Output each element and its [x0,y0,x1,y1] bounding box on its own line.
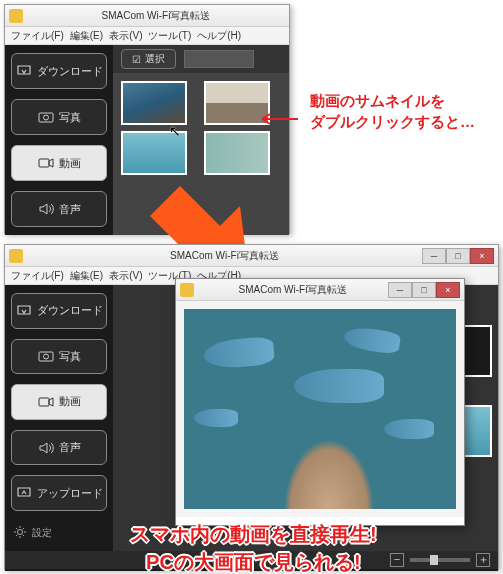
app-icon [180,283,194,297]
download-button[interactable]: ダウンロード [11,53,107,89]
check-icon: ☑ [132,54,141,65]
svg-point-1 [43,115,48,120]
video-thumbnail[interactable] [204,131,270,175]
menu-tool[interactable]: ツール(T) [146,29,193,43]
menubar[interactable]: ファイル(F) 編集(E) 表示(V) ツール(T) ヘルプ(H) [5,27,289,45]
video-icon [38,156,54,170]
search-input[interactable] [184,50,254,68]
menu-file[interactable]: ファイル(F) [9,269,66,283]
video-label: 動画 [59,156,81,171]
annotation-line1: 動画のサムネイルを [310,90,475,111]
preview-window: SMACom Wi-Fi写真転送 ─ □ × [175,278,465,526]
svg-rect-2 [39,159,49,167]
camera-icon [38,349,54,363]
video-button[interactable]: 動画 [11,384,107,420]
annotation-top: 動画のサムネイルを ダブルクリックすると… [310,90,475,132]
upload-icon [16,486,32,500]
svg-rect-0 [39,113,53,122]
video-frame[interactable] [184,309,456,509]
menu-edit[interactable]: 編集(E) [68,269,105,283]
zoom-slider[interactable] [410,558,470,562]
photo-label: 写真 [59,110,81,125]
audio-label: 音声 [59,440,81,455]
download-label: ダウンロード [37,303,103,318]
photo-button[interactable]: 写真 [11,99,107,135]
upload-button[interactable]: アップロード [11,475,107,511]
gear-icon [13,525,27,541]
video-label: 動画 [59,394,81,409]
download-icon [16,304,32,318]
upload-label: アップロード [37,486,103,501]
titlebar[interactable]: SMACom Wi-Fi写真転送 ─ □ × [5,245,498,267]
photo-label: 写真 [59,349,81,364]
window-controls: ─ □ × [388,282,460,298]
zoom-in-button[interactable]: ＋ [476,553,490,567]
titlebar[interactable]: SMACom Wi-Fi写真転送 [5,5,289,27]
maximize-button[interactable]: □ [446,248,470,264]
speaker-icon [38,441,54,455]
camera-icon [38,110,54,124]
download-label: ダウンロード [37,64,103,79]
menu-edit[interactable]: 編集(E) [68,29,105,43]
photo-button[interactable]: 写真 [11,339,107,375]
preview-title: SMACom Wi-Fi写真転送 [198,283,388,297]
download-button[interactable]: ダウンロード [11,293,107,329]
video-thumbnail[interactable] [121,81,187,125]
annotation-line3: スマホ内の動画を直接再生! [130,520,377,548]
thumbnail-grid [113,73,289,183]
menu-view[interactable]: 表示(V) [107,269,144,283]
svg-rect-5 [39,398,49,406]
select-label: 選択 [145,52,165,66]
download-icon [16,64,32,78]
svg-rect-3 [39,352,53,361]
preview-body [176,301,464,517]
arrow-small-icon [254,112,298,126]
speaker-icon [38,202,54,216]
close-button[interactable]: × [436,282,460,298]
settings-label: 設定 [32,526,52,540]
sidebar: ダウンロード 写真 動画 音声 [5,45,113,235]
content-toolbar: ☑ 選択 [113,45,289,73]
app-icon [9,9,23,23]
audio-button[interactable]: 音声 [11,191,107,227]
audio-label: 音声 [59,202,81,217]
annotation-bottom: スマホ内の動画を直接再生! PCの大画面で見られる! [130,520,377,574]
window-controls: ─ □ × [422,248,494,264]
menu-help[interactable]: ヘルプ(H) [195,29,243,43]
window-title: SMACom Wi-Fi写真転送 [27,9,285,23]
cursor-icon: ↖ [169,123,181,139]
settings-button[interactable]: 設定 [11,521,107,545]
maximize-button[interactable]: □ [412,282,436,298]
titlebar[interactable]: SMACom Wi-Fi写真転送 ─ □ × [176,279,464,301]
menu-view[interactable]: 表示(V) [107,29,144,43]
video-button[interactable]: 動画 [11,145,107,181]
minimize-button[interactable]: ─ [422,248,446,264]
app-icon [9,249,23,263]
video-icon [38,395,54,409]
minimize-button[interactable]: ─ [388,282,412,298]
menu-file[interactable]: ファイル(F) [9,29,66,43]
zoom-out-button[interactable]: − [390,553,404,567]
close-button[interactable]: × [470,248,494,264]
select-button[interactable]: ☑ 選択 [121,49,176,69]
audio-button[interactable]: 音声 [11,430,107,466]
sidebar: ダウンロード 写真 動画 音声 アップロード 設定 [5,285,113,553]
window-title: SMACom Wi-Fi写真転送 [27,249,422,263]
svg-point-6 [18,530,23,535]
svg-point-4 [43,354,48,359]
annotation-line4: PCの大画面で見られる! [130,548,377,574]
annotation-line2: ダブルクリックすると… [310,111,475,132]
